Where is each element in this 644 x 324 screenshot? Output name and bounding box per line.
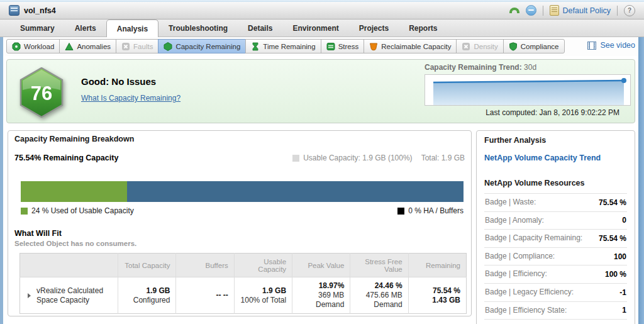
metric-value: 100 <box>614 252 626 261</box>
density-icon <box>462 42 470 51</box>
list-item: Badge | Faults: 0 <box>484 320 627 324</box>
subtab-anomalies[interactable]: Anomalies <box>59 39 116 53</box>
subtab-label: Faults <box>133 43 153 50</box>
subtab-reclaimable-capacity[interactable]: Reclaimable Capacity <box>364 39 457 53</box>
trend-period: 30d <box>524 63 536 72</box>
remaining-sub: 1.43 GB <box>414 296 460 305</box>
stress-sub1: 475.66 MB <box>356 291 402 300</box>
titlebar-actions: Default Policy ? <box>509 5 635 16</box>
subtab-label: Time Remaining <box>263 43 315 50</box>
metric-value: 75.54 % <box>599 234 626 243</box>
subtab-label: Density <box>474 43 497 50</box>
capacity-legend: Usable Capacity: 1.9 GB (100%) Total: 1.… <box>292 154 465 162</box>
tab-projects[interactable]: Projects <box>349 20 399 36</box>
row-label-cell[interactable]: vRealize Calculated Space Capacity <box>20 277 118 314</box>
subtab-label: Capacity Remaining <box>175 43 240 50</box>
subtab-label: Compliance <box>521 43 559 50</box>
peak-sub2: Demand <box>298 300 344 310</box>
table-row: vRealize Calculated Space Capacity 1.9 G… <box>20 277 467 314</box>
trend-widget: Capacity Remaining Trend: 30d <box>425 63 631 106</box>
sparkline-chart <box>425 75 630 105</box>
metric-value: 75.54 % <box>599 198 626 207</box>
tab-details[interactable]: Details <box>238 20 282 36</box>
help-icon[interactable]: ? <box>624 5 635 16</box>
scrollbar-right[interactable] <box>638 36 644 324</box>
total-sub: Configured <box>124 296 170 305</box>
subtab-faults[interactable]: Faults <box>116 39 158 53</box>
metric-value: 100 % <box>605 270 626 279</box>
divider <box>543 6 543 16</box>
tab-reports[interactable]: Reports <box>399 20 447 36</box>
stress-value: 24.46 % <box>356 281 402 291</box>
header-stress-free-value: Stress Free Value <box>350 254 408 277</box>
usable-legend-text: Usable Capacity: 1.9 GB (100%) <box>303 154 412 162</box>
ha-legend-item: 0 % HA / Buffers <box>397 206 464 215</box>
list-item: Badge | Waste: 75.54 % <box>484 194 627 212</box>
stress-icon <box>326 42 335 51</box>
subtab-compliance[interactable]: Compliance <box>503 39 565 53</box>
subtab-density[interactable]: Density <box>456 39 503 53</box>
what-will-fit-table: Total Capacity Buffers Usable Capacity P… <box>19 253 467 314</box>
ha-legend-text: 0 % HA / Buffers <box>408 206 464 215</box>
tab-analysis[interactable]: Analysis <box>106 20 158 37</box>
breakdown-title: Capacity Remaining Breakdown <box>14 135 465 143</box>
further-analysis-title: Further Analysis <box>484 136 627 145</box>
trend-label-text: Capacity Remaining Trend: <box>425 63 522 72</box>
metric-value: 1 <box>622 306 626 315</box>
usable-value: 1.9 GB <box>240 286 286 296</box>
tab-troubleshooting[interactable]: Troubleshooting <box>158 20 238 36</box>
score-badge[interactable]: 76 <box>19 67 64 118</box>
row-label-text: vRealize Calculated Space Capacity <box>36 286 103 304</box>
window-edge-left <box>0 36 3 324</box>
header-empty <box>20 254 118 277</box>
divider <box>617 6 618 16</box>
tab-alerts[interactable]: Alerts <box>65 20 106 36</box>
total-capacity-cell: 1.9 GB Configured <box>118 277 176 314</box>
badge-metric-list: Badge | Waste: 75.54 % Badge | Anomaly: … <box>484 193 627 324</box>
peak-sub1: 369 MB <box>298 291 344 300</box>
header-remaining: Remaining <box>408 254 466 277</box>
capacity-remaining-help-link[interactable]: What Is Capacity Remaining? <box>81 94 180 103</box>
trend-sparkline[interactable] <box>425 74 631 106</box>
workload-icon <box>12 42 21 51</box>
bar-legend-row: 24 % Used of Usable Capacity 0 % HA / Bu… <box>21 206 464 215</box>
trend-label: Capacity Remaining Trend: 30d <box>425 63 631 72</box>
further-analysis-panel: Further Analysis NetApp Volume Capacity … <box>476 130 635 324</box>
compliance-icon <box>509 42 518 51</box>
resources-section-title: NetApp Volume Resources <box>484 179 627 187</box>
breakdown-heading-row: 75.54% Remaining Capacity Usable Capacit… <box>14 154 465 162</box>
default-policy-button[interactable]: Default Policy <box>550 5 611 16</box>
subtab-capacity-remaining[interactable]: Capacity Remaining <box>158 39 246 53</box>
usable-sub: 100% of Total <box>240 296 286 305</box>
header-peak-value: Peak Value <box>292 254 350 277</box>
list-item: Badge | Compliance: 100 <box>484 248 627 266</box>
used-swatch-icon <box>21 208 28 215</box>
metric-label: Badge | Waste: <box>485 198 536 208</box>
expand-icon[interactable] <box>28 293 31 298</box>
tab-environment[interactable]: Environment <box>282 20 348 36</box>
subtab-time-remaining[interactable]: Time Remaining <box>245 39 321 53</box>
capacity-trend-link[interactable]: NetApp Volume Capacity Trend <box>484 154 627 162</box>
see-video-link[interactable]: See video <box>587 41 635 50</box>
object-title: vol_nfs4 <box>24 6 56 15</box>
subtab-workload[interactable]: Workload <box>6 39 60 53</box>
what-will-fit-title: What Will Fit <box>14 229 465 238</box>
volume-icon <box>9 5 19 16</box>
subtab-label: Stress <box>338 43 359 50</box>
usable-swatch-icon <box>292 155 299 162</box>
subtab-stress[interactable]: Stress <box>321 39 365 53</box>
health-gauge-icon[interactable] <box>509 8 519 13</box>
tab-summary[interactable]: Summary <box>10 20 65 36</box>
stress-sub2: Demand <box>356 300 402 310</box>
header-total-capacity: Total Capacity <box>118 254 176 277</box>
metric-value: -1 <box>619 288 626 297</box>
metric-label: Badge | Efficiency State: <box>485 306 567 316</box>
time-remaining-icon <box>251 42 260 51</box>
subtab-label: Workload <box>24 43 54 50</box>
list-item: Badge | Efficiency State: 1 <box>484 302 627 320</box>
policy-label: Default Policy <box>563 6 611 15</box>
minimize-icon[interactable] <box>526 5 536 16</box>
buffers-cell: -- -- <box>176 277 234 314</box>
remaining-value: 75.54 % <box>414 286 460 296</box>
remaining-cell: 75.54 % 1.43 GB <box>408 277 466 314</box>
